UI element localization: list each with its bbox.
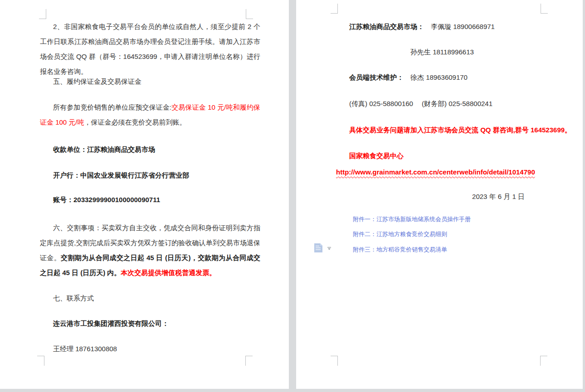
line-account-number: 账号：20332999900100000090711 (40, 192, 260, 207)
text-run: 收款单位：江苏粮油商品交易市场 (53, 145, 155, 153)
text-run-red-bold: 具体交易业务问题请加入江苏市场会员交流 QQ 群咨询,群号 164523699。 (349, 126, 571, 134)
line-tech-support: 会员端技术维护： 徐杰 18963609170 (336, 70, 549, 85)
attachment-link-1[interactable]: 附件一：江苏市场新版地储系统会员操作手册 (353, 213, 471, 225)
line-date: 2023 年 6 月 1 日 (336, 189, 549, 204)
dropdown-arrow-icon (327, 247, 331, 250)
line-market-contact: 江苏粮油商品交易市场： 李佩璇 18900668971 (336, 19, 549, 34)
margin-corner-mark (37, 356, 44, 366)
link-grain-center-url[interactable]: http://www.grainmarket.com.cn/centerweb/… (336, 165, 549, 179)
attachment-link-3[interactable]: 附件三：地方稻谷竞价销售交易清单 (353, 244, 447, 256)
margin-corner-mark (39, 9, 46, 19)
line-fax-finance: (传真) 025-58800160 (财务部) 025-58800241 (336, 96, 549, 111)
para-member-registration: 2、非国家粮食电子交易平台会员的单位或自然人，须至少提前 2 个工作日联系江苏粮… (40, 19, 260, 79)
margin-corner-mark (245, 356, 253, 366)
line-contact-sun: 孙先生 18118996613 (410, 44, 585, 59)
text-run: 开户行：中国农业发展银行江苏省分行营业部 (53, 171, 189, 179)
line-company-name: 连云港市工投集团灌西投资有限公司： (40, 316, 260, 331)
text-run-bold: 会员端技术维护： (349, 73, 404, 81)
heading-deposit-section: 五、履约保证金及交易保证金 (40, 74, 260, 89)
text-run: ，保证金必须在竞价交易前到账。 (84, 118, 186, 126)
margin-corner-mark (540, 356, 547, 366)
para-deposit-requirement: 所有参加竞价销售的单位应预交保证金:交易保证金 10 元/吨和履约保证金 100… (40, 100, 260, 130)
text-run: 2023 年 6 月 1 日 (472, 193, 525, 200)
text-run: 五、履约保证金及交易保证金 (53, 77, 141, 85)
attachment-link-2[interactable]: 附件二：江苏地方粮食竞价交易细则 (353, 228, 447, 240)
text-run: 王经理 18761300808 (53, 345, 117, 353)
line-bank: 开户行：中国农业发展银行江苏省分行营业部 (40, 168, 260, 183)
attachment-link-label[interactable]: 附件一：江苏市场新版地储系统会员操作手册 (353, 216, 471, 223)
paste-options-button[interactable] (313, 242, 332, 254)
attachment-link-label[interactable]: 附件三：地方稻谷竞价销售交易清单 (353, 246, 447, 253)
text-run: 七、联系方式 (53, 294, 94, 302)
text-run: 徐杰 18963609170 (404, 73, 468, 81)
margin-corner-mark (246, 9, 253, 19)
heading-contact-section: 七、联系方式 (40, 290, 260, 305)
text-run: 所有参加竞价销售的单位应预交保证金: (53, 103, 171, 111)
text-run: 连云港市工投集团灌西投资有限公司： (53, 319, 169, 327)
text-run-bold: 江苏粮油商品交易市场： (349, 23, 424, 30)
document-page-1: 2、非国家粮食电子交易平台会员的单位或自然人，须至少提前 2 个工作日联系江苏粮… (0, 0, 289, 389)
url-text[interactable]: http://www.grainmarket.com.cn/centerweb/… (336, 168, 535, 176)
paste-options-icon (313, 242, 332, 254)
attachment-link-label[interactable]: 附件二：江苏地方粮食竞价交易细则 (353, 231, 447, 237)
text-run-red-bold: 国家粮食交易中心 (349, 152, 404, 160)
line-manager-phone: 王经理 18761300808 (40, 341, 260, 356)
document-page-2: 江苏粮油商品交易市场： 李佩璇 18900668971 孙先生 18118996… (296, 0, 583, 389)
text-run: (传真) 025-58800160 (财务部) 025-58800241 (349, 100, 492, 107)
text-run: 孙先生 18118996613 (410, 48, 474, 56)
line-payee: 收款单位：江苏粮油商品交易市场 (40, 142, 260, 157)
para-delivery-terms: 六、交割事项：买卖双方自主交收，凭成交合同和身份证明到卖方指定库点提货,交割完成… (40, 220, 260, 280)
document-icon (314, 243, 322, 252)
text-run-red-bold: 本次交易提供增值税普通发票。 (121, 269, 216, 276)
margin-corner-mark (331, 4, 338, 14)
text-run: 李佩璇 18900668971 (424, 23, 495, 30)
text-run: 账号：20332999900100000090711 (53, 196, 160, 203)
margin-corner-mark (331, 356, 338, 366)
line-grain-center: 国家粮食交易中心 (336, 148, 549, 163)
line-qq-notice: 具体交易业务问题请加入江苏市场会员交流 QQ 群咨询,群号 164523699。 (336, 122, 549, 137)
margin-corner-mark (541, 4, 548, 14)
document-canvas: 2、非国家粮食电子交易平台会员的单位或自然人，须至少提前 2 个工作日联系江苏粮… (0, 0, 585, 392)
text-run: 2、非国家粮食电子交易平台会员的单位或自然人，须至少提前 2 个工作日联系江苏粮… (40, 23, 260, 75)
